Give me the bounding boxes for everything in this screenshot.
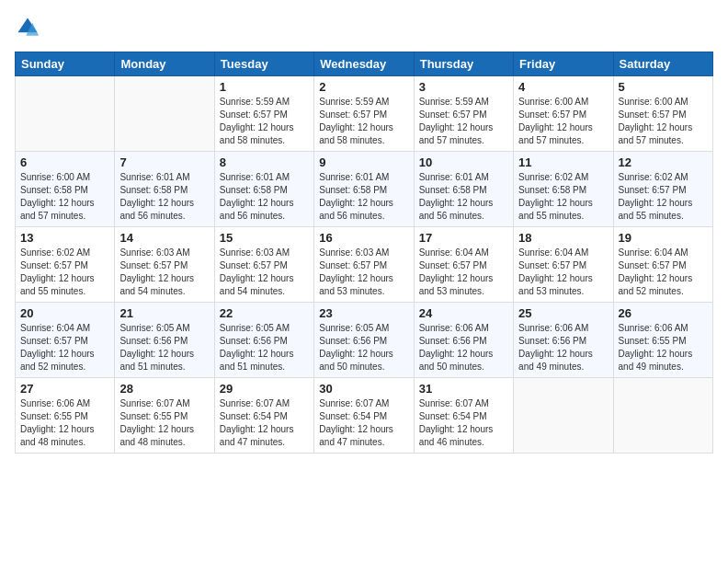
calendar-table: SundayMondayTuesdayWednesdayThursdayFrid… [15, 52, 713, 454]
calendar-cell-w4-d3: 22Sunrise: 6:05 AMSunset: 6:56 PMDayligh… [214, 303, 313, 378]
day-info: Sunrise: 6:00 AMSunset: 6:57 PMDaylight:… [518, 96, 608, 147]
day-number: 15 [220, 231, 309, 245]
logo [15, 15, 44, 40]
day-info: Sunrise: 6:06 AMSunset: 6:55 PMDaylight:… [20, 397, 109, 449]
day-number: 19 [619, 231, 708, 245]
calendar-cell-w5-d5: 31Sunrise: 6:07 AMSunset: 6:54 PMDayligh… [414, 378, 513, 454]
calendar-cell-w3-d5: 17Sunrise: 6:04 AMSunset: 6:57 PMDayligh… [414, 227, 513, 303]
day-number: 20 [20, 306, 109, 320]
day-number: 22 [220, 306, 309, 320]
day-number: 16 [319, 231, 408, 245]
calendar-cell-w3-d3: 15Sunrise: 6:03 AMSunset: 6:57 PMDayligh… [214, 227, 313, 303]
page-header [15, 15, 713, 40]
day-number: 11 [518, 155, 608, 169]
weekday-thursday: Thursday [414, 52, 513, 76]
calendar-cell-w5-d1: 27Sunrise: 6:06 AMSunset: 6:55 PMDayligh… [16, 378, 115, 454]
calendar-week-2: 6Sunrise: 6:00 AMSunset: 6:58 PMDaylight… [16, 152, 713, 227]
calendar-cell-w5-d4: 30Sunrise: 6:07 AMSunset: 6:54 PMDayligh… [314, 378, 414, 454]
calendar-cell-w3-d6: 18Sunrise: 6:04 AMSunset: 6:57 PMDayligh… [514, 227, 613, 303]
weekday-header-row: SundayMondayTuesdayWednesdayThursdayFrid… [16, 52, 713, 76]
day-info: Sunrise: 5:59 AMSunset: 6:57 PMDaylight:… [220, 96, 309, 147]
logo-icon [15, 15, 40, 40]
calendar-cell-w2-d3: 8Sunrise: 6:01 AMSunset: 6:58 PMDaylight… [214, 152, 313, 227]
day-number: 28 [119, 382, 209, 396]
day-number: 4 [518, 80, 608, 94]
day-number: 7 [119, 155, 209, 169]
day-info: Sunrise: 6:07 AMSunset: 6:55 PMDaylight:… [119, 397, 209, 449]
day-info: Sunrise: 6:07 AMSunset: 6:54 PMDaylight:… [319, 397, 408, 449]
calendar-cell-w1-d3: 1Sunrise: 5:59 AMSunset: 6:57 PMDaylight… [214, 76, 313, 152]
day-info: Sunrise: 6:02 AMSunset: 6:57 PMDaylight:… [619, 171, 708, 223]
day-info: Sunrise: 6:06 AMSunset: 6:55 PMDaylight:… [619, 322, 708, 373]
calendar-cell-w2-d4: 9Sunrise: 6:01 AMSunset: 6:58 PMDaylight… [314, 152, 414, 227]
day-info: Sunrise: 6:04 AMSunset: 6:57 PMDaylight:… [619, 247, 708, 298]
day-info: Sunrise: 5:59 AMSunset: 6:57 PMDaylight:… [419, 96, 508, 147]
day-number: 1 [220, 80, 309, 94]
day-info: Sunrise: 6:05 AMSunset: 6:56 PMDaylight:… [319, 322, 408, 373]
day-info: Sunrise: 6:05 AMSunset: 6:56 PMDaylight:… [220, 322, 309, 373]
calendar-cell-w1-d1 [16, 76, 115, 152]
weekday-friday: Friday [514, 52, 613, 76]
day-number: 5 [619, 80, 708, 94]
calendar-cell-w1-d7: 5Sunrise: 6:00 AMSunset: 6:57 PMDaylight… [613, 76, 712, 152]
day-number: 13 [20, 231, 109, 245]
day-number: 29 [220, 382, 309, 396]
weekday-tuesday: Tuesday [214, 52, 313, 76]
day-info: Sunrise: 6:00 AMSunset: 6:58 PMDaylight:… [20, 171, 109, 223]
day-number: 3 [419, 80, 508, 94]
day-info: Sunrise: 6:01 AMSunset: 6:58 PMDaylight:… [220, 171, 309, 223]
calendar-cell-w3-d7: 19Sunrise: 6:04 AMSunset: 6:57 PMDayligh… [613, 227, 712, 303]
day-info: Sunrise: 6:03 AMSunset: 6:57 PMDaylight:… [319, 247, 408, 298]
day-number: 2 [319, 80, 408, 94]
calendar-cell-w5-d7 [613, 378, 712, 454]
calendar-cell-w1-d6: 4Sunrise: 6:00 AMSunset: 6:57 PMDaylight… [514, 76, 613, 152]
calendar-cell-w2-d2: 7Sunrise: 6:01 AMSunset: 6:58 PMDaylight… [115, 152, 214, 227]
day-number: 21 [119, 306, 209, 320]
calendar-cell-w5-d6 [514, 378, 613, 454]
day-number: 25 [518, 306, 608, 320]
calendar-cell-w2-d7: 12Sunrise: 6:02 AMSunset: 6:57 PMDayligh… [613, 152, 712, 227]
calendar-cell-w4-d4: 23Sunrise: 6:05 AMSunset: 6:56 PMDayligh… [314, 303, 414, 378]
calendar-header: SundayMondayTuesdayWednesdayThursdayFrid… [16, 52, 713, 76]
day-info: Sunrise: 6:02 AMSunset: 6:57 PMDaylight:… [20, 247, 109, 298]
day-number: 18 [518, 231, 608, 245]
calendar-cell-w1-d4: 2Sunrise: 5:59 AMSunset: 6:57 PMDaylight… [314, 76, 414, 152]
day-info: Sunrise: 6:01 AMSunset: 6:58 PMDaylight:… [319, 171, 408, 223]
weekday-sunday: Sunday [16, 52, 115, 76]
day-info: Sunrise: 6:06 AMSunset: 6:56 PMDaylight:… [419, 322, 508, 373]
day-number: 26 [619, 306, 708, 320]
day-info: Sunrise: 6:04 AMSunset: 6:57 PMDaylight:… [20, 322, 109, 373]
calendar-cell-w1-d2 [115, 76, 214, 152]
calendar-cell-w1-d5: 3Sunrise: 5:59 AMSunset: 6:57 PMDaylight… [414, 76, 513, 152]
calendar-cell-w4-d5: 24Sunrise: 6:06 AMSunset: 6:56 PMDayligh… [414, 303, 513, 378]
calendar-week-4: 20Sunrise: 6:04 AMSunset: 6:57 PMDayligh… [16, 303, 713, 378]
day-number: 23 [319, 306, 408, 320]
day-info: Sunrise: 6:07 AMSunset: 6:54 PMDaylight:… [419, 397, 508, 449]
day-number: 17 [419, 231, 508, 245]
calendar-cell-w5-d2: 28Sunrise: 6:07 AMSunset: 6:55 PMDayligh… [115, 378, 214, 454]
calendar-week-1: 1Sunrise: 5:59 AMSunset: 6:57 PMDaylight… [16, 76, 713, 152]
day-number: 6 [20, 155, 109, 169]
calendar-week-3: 13Sunrise: 6:02 AMSunset: 6:57 PMDayligh… [16, 227, 713, 303]
day-number: 10 [419, 155, 508, 169]
day-number: 27 [20, 382, 109, 396]
day-info: Sunrise: 6:05 AMSunset: 6:56 PMDaylight:… [119, 322, 209, 373]
day-info: Sunrise: 6:03 AMSunset: 6:57 PMDaylight:… [220, 247, 309, 298]
calendar-cell-w3-d4: 16Sunrise: 6:03 AMSunset: 6:57 PMDayligh… [314, 227, 414, 303]
day-number: 9 [319, 155, 408, 169]
calendar-body: 1Sunrise: 5:59 AMSunset: 6:57 PMDaylight… [16, 76, 713, 454]
weekday-monday: Monday [115, 52, 214, 76]
calendar-cell-w5-d3: 29Sunrise: 6:07 AMSunset: 6:54 PMDayligh… [214, 378, 313, 454]
calendar-cell-w2-d1: 6Sunrise: 6:00 AMSunset: 6:58 PMDaylight… [16, 152, 115, 227]
day-info: Sunrise: 6:04 AMSunset: 6:57 PMDaylight:… [419, 247, 508, 298]
day-number: 31 [419, 382, 508, 396]
calendar-cell-w4-d6: 25Sunrise: 6:06 AMSunset: 6:56 PMDayligh… [514, 303, 613, 378]
calendar-cell-w4-d2: 21Sunrise: 6:05 AMSunset: 6:56 PMDayligh… [115, 303, 214, 378]
day-info: Sunrise: 6:01 AMSunset: 6:58 PMDaylight:… [419, 171, 508, 223]
calendar-cell-w2-d5: 10Sunrise: 6:01 AMSunset: 6:58 PMDayligh… [414, 152, 513, 227]
day-info: Sunrise: 6:06 AMSunset: 6:56 PMDaylight:… [518, 322, 608, 373]
day-number: 8 [220, 155, 309, 169]
calendar-cell-w4-d7: 26Sunrise: 6:06 AMSunset: 6:55 PMDayligh… [613, 303, 712, 378]
day-number: 12 [619, 155, 708, 169]
day-info: Sunrise: 6:04 AMSunset: 6:57 PMDaylight:… [518, 247, 608, 298]
